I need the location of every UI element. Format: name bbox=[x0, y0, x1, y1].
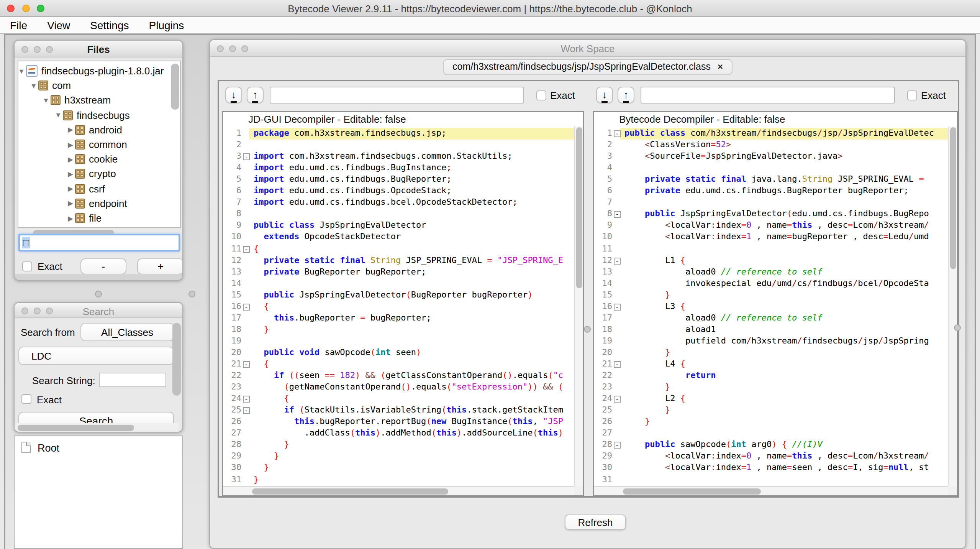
code-text: } bbox=[624, 347, 670, 357]
tree-item-label: crypto bbox=[89, 168, 116, 180]
right-horizontal-scroll-track[interactable] bbox=[594, 486, 948, 495]
search-vertical-scrollbar[interactable] bbox=[172, 323, 181, 396]
right-exact-checkbox[interactable] bbox=[907, 90, 917, 100]
search-string-input[interactable] bbox=[99, 373, 166, 387]
code-line: 27 .addClass(this).addMethod(this).addSo… bbox=[223, 428, 574, 440]
tree-item-csrf[interactable]: ▶csrf bbox=[66, 181, 181, 196]
chevron-right-icon[interactable]: ▶ bbox=[66, 126, 75, 134]
tab-class-file[interactable]: com/h3xstream/findsecbugs/jsp/JspSpringE… bbox=[442, 59, 733, 75]
load-up-button[interactable]: ↑ bbox=[247, 87, 264, 104]
chevron-down-icon[interactable]: ▼ bbox=[54, 111, 63, 119]
tree-item-findsecbugs-plugin-1.8.0.jar[interactable]: ▼findsecbugs-plugin-1.8.0.jar bbox=[18, 64, 181, 78]
tree-item-com[interactable]: ▼com bbox=[29, 78, 181, 93]
fold-icon[interactable]: - bbox=[243, 396, 250, 403]
code-text: aload1 bbox=[624, 324, 716, 334]
fold-icon[interactable]: - bbox=[614, 361, 621, 368]
left-search-field[interactable] bbox=[270, 87, 524, 104]
pane-splitter-handle[interactable] bbox=[584, 326, 591, 333]
load-up-button[interactable]: ↑ bbox=[618, 87, 634, 104]
fold-icon[interactable]: - bbox=[614, 304, 621, 311]
chevron-right-icon[interactable]: ▶ bbox=[66, 155, 75, 163]
package-icon bbox=[75, 154, 85, 164]
expand-button[interactable]: + bbox=[138, 258, 184, 274]
bytecode-decompiler-pane[interactable]: Bytecode Decompiler - Editable: false 1-… bbox=[593, 111, 958, 496]
fold-icon[interactable]: - bbox=[614, 130, 621, 137]
line-number: 9 bbox=[594, 220, 612, 230]
tree-item-label: com bbox=[52, 80, 71, 91]
chevron-right-icon[interactable]: ▶ bbox=[66, 170, 75, 178]
line-number: 20 bbox=[594, 347, 612, 357]
search-type-select[interactable]: LDC bbox=[18, 347, 174, 365]
refresh-button[interactable]: Refresh bbox=[565, 514, 626, 530]
tree-item-common[interactable]: ▶common bbox=[66, 137, 181, 152]
fold-icon[interactable]: - bbox=[614, 211, 621, 218]
search-scope-select[interactable]: All_Classes bbox=[80, 323, 174, 341]
line-number: 25 bbox=[594, 405, 612, 415]
left-vertical-scrollbar[interactable] bbox=[576, 127, 582, 288]
line-number: 10 bbox=[594, 232, 612, 242]
menu-settings[interactable]: Settings bbox=[80, 19, 139, 31]
files-exact-checkbox[interactable] bbox=[22, 261, 32, 271]
right-edge-splitter-handle[interactable] bbox=[954, 324, 961, 331]
line-number: 19 bbox=[223, 336, 241, 346]
collapse-button[interactable]: - bbox=[80, 258, 126, 274]
menu-plugins[interactable]: Plugins bbox=[139, 19, 194, 31]
chevron-right-icon[interactable]: ▶ bbox=[66, 141, 75, 148]
jdgui-decompiler-pane[interactable]: JD-GUI Decompiler - Editable: false 1pac… bbox=[222, 111, 584, 496]
chevron-right-icon[interactable]: ▶ bbox=[66, 214, 75, 222]
code-line: 2 <ClassVersion=52> bbox=[594, 140, 948, 151]
tree-item-cookie[interactable]: ▶cookie bbox=[66, 152, 181, 166]
fold-icon[interactable]: - bbox=[243, 304, 250, 311]
tree-item-endpoint[interactable]: ▶endpoint bbox=[66, 196, 181, 211]
tree-item-h3xstream[interactable]: ▼h3xstream bbox=[41, 93, 181, 108]
chevron-right-icon[interactable]: ▶ bbox=[66, 185, 75, 192]
tree-item-crypto[interactable]: ▶crypto bbox=[66, 167, 181, 181]
save-down-button[interactable]: ↓ bbox=[596, 87, 613, 104]
fold-icon[interactable]: - bbox=[614, 257, 621, 264]
fold-icon[interactable]: - bbox=[614, 396, 621, 403]
fold-icon[interactable]: - bbox=[243, 407, 250, 414]
chevron-down-icon[interactable]: ▼ bbox=[18, 67, 26, 75]
save-down-button[interactable]: ↓ bbox=[225, 87, 242, 104]
chevron-down-icon[interactable]: ▼ bbox=[41, 97, 51, 104]
search-exact-label: Exact bbox=[37, 394, 62, 406]
results-root-item[interactable]: Root bbox=[38, 442, 59, 454]
menu-file[interactable]: File bbox=[0, 19, 37, 31]
tree-filter-input[interactable]: □ bbox=[18, 234, 180, 251]
fold-icon[interactable]: - bbox=[243, 153, 250, 160]
chevron-down-icon[interactable]: ▼ bbox=[29, 82, 38, 89]
right-vertical-scroll-track[interactable] bbox=[948, 127, 957, 486]
code-line: 23 } bbox=[594, 382, 948, 393]
line-number: 13 bbox=[594, 266, 612, 276]
tab-close-icon[interactable]: × bbox=[718, 61, 723, 72]
bytecode-code-area[interactable]: 1-public class com/h3xstream/findsecbugs… bbox=[594, 127, 948, 495]
code-line: 8- public JspSpringEvalDetector(edu.umd.… bbox=[594, 209, 948, 220]
right-horizontal-scrollbar[interactable] bbox=[623, 488, 761, 495]
main-splitter-handle[interactable] bbox=[188, 291, 195, 298]
menu-view[interactable]: View bbox=[37, 19, 80, 31]
tree-item-file[interactable]: ▶file bbox=[66, 211, 181, 225]
line-number: 18 bbox=[223, 324, 241, 334]
sidebar-splitter-handle[interactable] bbox=[95, 291, 102, 298]
jdgui-code-area[interactable]: 1package com.h3xstream.findsecbugs.jsp;2… bbox=[223, 127, 574, 495]
tree-item-findsecbugs[interactable]: ▼findsecbugs bbox=[54, 108, 181, 122]
tree-item-android[interactable]: ▶android bbox=[66, 123, 181, 137]
right-exact-label: Exact bbox=[921, 90, 946, 101]
chevron-right-icon[interactable]: ▶ bbox=[66, 200, 75, 207]
left-horizontal-scroll-track[interactable] bbox=[223, 486, 574, 495]
left-exact-checkbox[interactable] bbox=[536, 90, 546, 100]
right-vertical-scrollbar[interactable] bbox=[950, 127, 956, 269]
fold-icon[interactable]: - bbox=[243, 361, 250, 368]
package-icon bbox=[38, 81, 48, 90]
right-search-field[interactable] bbox=[641, 87, 895, 104]
left-horizontal-scrollbar[interactable] bbox=[252, 488, 448, 495]
fold-icon[interactable]: - bbox=[243, 246, 250, 253]
fold-icon[interactable]: - bbox=[614, 442, 621, 449]
line-number: 28 bbox=[223, 440, 241, 450]
file-tree[interactable]: ▼findsecbugs-plugin-1.8.0.jar▼com▼h3xstr… bbox=[18, 61, 181, 228]
search-horizontal-scroll-track[interactable] bbox=[15, 423, 179, 432]
left-vertical-scroll-track[interactable] bbox=[574, 127, 583, 486]
code-line: 18 aload1 bbox=[594, 324, 948, 336]
search-horizontal-scrollbar[interactable] bbox=[18, 424, 134, 431]
search-exact-checkbox[interactable] bbox=[21, 394, 31, 404]
